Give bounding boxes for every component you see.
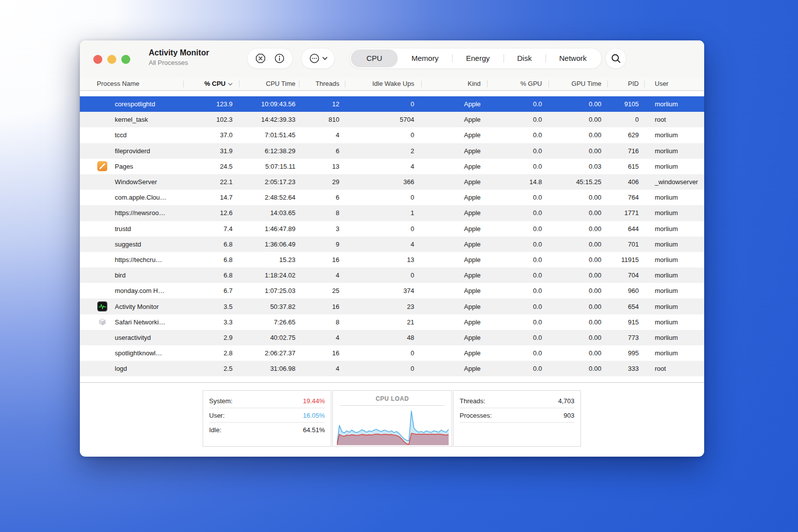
cell-cpu_time: 14:03.65: [240, 209, 299, 217]
cell-user: morlium: [645, 256, 704, 264]
cell-name: kernel_task: [80, 114, 184, 125]
cell-gpu: 0.0: [488, 100, 549, 108]
safari-networking-icon: [97, 316, 108, 327]
cell-pid: 333: [608, 365, 645, 372]
cell-cpu: 2.8: [184, 349, 240, 357]
cell-threads: 25: [299, 287, 345, 294]
cell-kind: Apple: [422, 147, 488, 155]
window-title: Activity Monitor: [149, 48, 209, 57]
column-label: PID: [628, 80, 639, 87]
more-options-button[interactable]: [309, 53, 327, 64]
process-row[interactable]: corespotlightd123.910:09:43.56120Apple0.…: [80, 96, 704, 112]
process-row[interactable]: logd2.531:06.9840Apple0.00.00333root: [80, 361, 704, 376]
process-name: spotlightknowl…: [115, 349, 162, 357]
cell-gpu_time: 0.00: [549, 147, 608, 155]
stop-process-button[interactable]: [255, 53, 266, 64]
cpu-usage-stat-label: User:: [209, 412, 225, 419]
cell-gpu: 0.0: [488, 209, 549, 217]
tab-disk[interactable]: Disk: [504, 49, 545, 67]
column-header-pid[interactable]: PID: [608, 77, 645, 90]
column-header-cpu[interactable]: % CPU: [184, 77, 240, 90]
footer-stats: System:19.44%User:16.05%Idle:64.51% CPU …: [203, 390, 704, 447]
cell-kind: Apple: [422, 365, 488, 372]
count-stat-row: Processes:903: [460, 408, 574, 423]
no-app-icon: [97, 254, 108, 265]
process-row[interactable]: Activity Monitor3.550:37.821623Apple0.00…: [80, 298, 704, 314]
cell-cpu_time: 2:05:17.23: [240, 178, 299, 186]
process-row[interactable]: spotlightknowl…2.82:06:27.37160Apple0.00…: [80, 345, 704, 361]
column-header-cpu_time[interactable]: CPU Time: [240, 77, 299, 90]
tab-memory[interactable]: Memory: [398, 49, 452, 67]
tab-cpu[interactable]: CPU: [351, 49, 398, 67]
cell-pid: 960: [608, 287, 645, 294]
cell-user: morlium: [645, 271, 704, 279]
column-header-name[interactable]: Process Name: [80, 77, 184, 90]
cell-name: com.apple.Clou…: [80, 192, 184, 203]
process-row[interactable]: suggestd6.81:36:06.4994Apple0.00.00701mo…: [80, 237, 704, 252]
column-header-gpu_time[interactable]: GPU Time: [549, 77, 608, 90]
cell-idle_wake_ups: 0: [345, 349, 422, 357]
process-row[interactable]: monday.com H…6.71:07:25.0325374Apple0.00…: [80, 283, 704, 298]
cell-kind: Apple: [422, 100, 488, 108]
cell-cpu_time: 15.23: [240, 256, 299, 264]
activity-monitor-window: Activity Monitor All Processes: [80, 40, 704, 457]
cell-gpu: 0.0: [488, 349, 549, 357]
cell-pid: 0: [608, 116, 645, 123]
minimize-window-button[interactable]: [107, 55, 116, 64]
cell-gpu_time: 0.00: [549, 131, 608, 139]
cell-cpu_time: 1:07:25.03: [240, 287, 299, 294]
process-row[interactable]: bird6.81:18:24.0240Apple0.00.00704morliu…: [80, 267, 704, 283]
cell-pid: 716: [608, 147, 645, 155]
cell-cpu_time: 7:01:51.45: [240, 131, 299, 139]
process-row[interactable]: Pages24.55:07:15.11134Apple0.00.03615mor…: [80, 159, 704, 174]
cell-cpu: 3.3: [184, 318, 240, 326]
cell-gpu_time: 0.00: [549, 100, 608, 108]
column-header-threads[interactable]: Threads: [299, 77, 345, 90]
process-name: kernel_task: [115, 116, 148, 123]
tab-network[interactable]: Network: [545, 49, 600, 67]
no-app-icon: [97, 363, 108, 374]
column-header-kind[interactable]: Kind: [422, 77, 488, 90]
cell-name: suggestd: [80, 239, 184, 250]
cell-kind: Apple: [422, 256, 488, 264]
cell-name: https://techcru…: [80, 254, 184, 265]
cell-idle_wake_ups: 48: [345, 334, 422, 341]
process-row[interactable]: kernel_task102.314:42:39.338105704Apple0…: [80, 112, 704, 127]
cell-cpu: 14.7: [184, 194, 240, 201]
process-row[interactable]: useractivityd2.940:02.75448Apple0.00.007…: [80, 330, 704, 345]
count-stat-label: Processes:: [460, 412, 492, 419]
inspect-process-button[interactable]: [274, 53, 285, 64]
cell-user: morlium: [645, 318, 704, 326]
cell-idle_wake_ups: 21: [345, 318, 422, 326]
cell-cpu: 2.5: [184, 365, 240, 372]
cell-threads: 8: [299, 209, 345, 217]
process-action-group: [247, 48, 293, 69]
process-row[interactable]: WindowServer22.12:05:17.2329366Apple14.8…: [80, 174, 704, 190]
cell-cpu_time: 2:48:52.64: [240, 194, 299, 201]
cell-kind: Apple: [422, 271, 488, 279]
cell-gpu_time: 0.00: [549, 116, 608, 123]
column-header-gpu[interactable]: % GPU: [488, 77, 549, 90]
column-header-idle_wake_ups[interactable]: Idle Wake Ups: [345, 77, 422, 90]
table-footer-divider: [80, 382, 704, 383]
zoom-window-button[interactable]: [121, 55, 130, 64]
cell-kind: Apple: [422, 349, 488, 357]
cell-name: Activity Monitor: [80, 301, 184, 312]
no-app-icon: [97, 208, 108, 219]
process-row[interactable]: fileproviderd31.96:12:38.2962Apple0.00.0…: [80, 143, 704, 159]
process-row[interactable]: https://newsroo…12.614:03.6581Apple0.00.…: [80, 205, 704, 221]
process-row[interactable]: tccd37.07:01:51.4540Apple0.00.00629morli…: [80, 127, 704, 143]
tab-energy[interactable]: Energy: [452, 49, 504, 67]
cell-idle_wake_ups: 0: [345, 194, 422, 201]
cell-user: morlium: [645, 334, 704, 341]
process-row[interactable]: trustd7.41:46:47.8930Apple0.00.00644morl…: [80, 221, 704, 237]
process-row[interactable]: Safari Networki…3.37:26.65821Apple0.00.0…: [80, 314, 704, 330]
no-app-icon: [97, 177, 108, 188]
cell-idle_wake_ups: 0: [345, 365, 422, 372]
process-row[interactable]: https://techcru…6.815.231613Apple0.00.00…: [80, 252, 704, 267]
column-header-user[interactable]: User: [645, 77, 704, 90]
close-window-button[interactable]: [93, 55, 102, 64]
process-row[interactable]: com.apple.Clou…14.72:48:52.6460Apple0.00…: [80, 190, 704, 205]
cell-gpu: 0.0: [488, 318, 549, 326]
search-button[interactable]: [611, 53, 621, 64]
